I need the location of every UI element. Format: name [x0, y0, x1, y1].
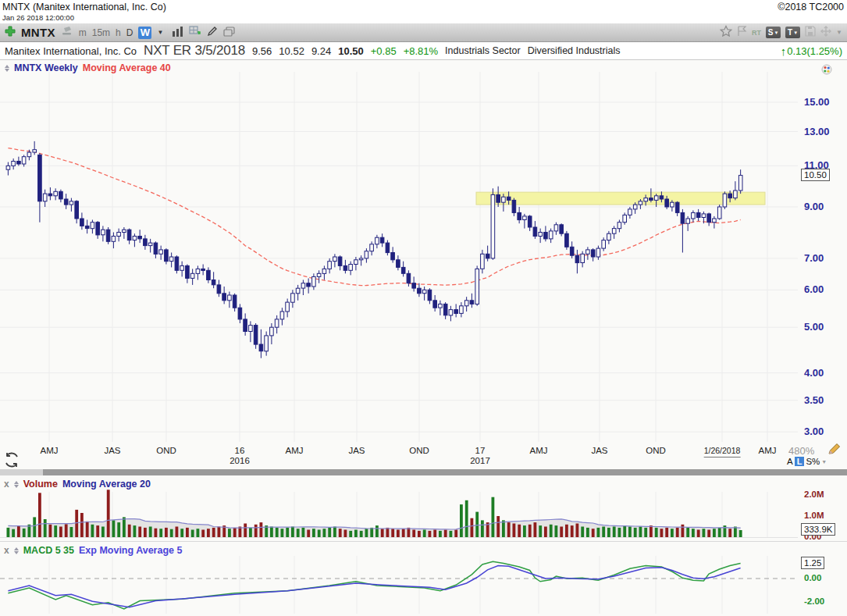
macd-pane-title[interactable]: MACD 5 35 — [23, 545, 74, 556]
realtime-indicator: RT — [752, 29, 761, 37]
timeframe-15min[interactable]: 15m — [92, 27, 110, 38]
scale-caret-icon[interactable]: ▼ — [821, 459, 827, 465]
scale-mode-control[interactable]: ALS%▼ — [787, 457, 827, 466]
next-earnings-label: NXT ER 3/5/2018 — [144, 43, 245, 59]
x-axis-label: JAS — [591, 446, 607, 456]
price-pane-header[interactable]: MNTX Weekly Moving Average 40 — [5, 62, 171, 73]
quote-last: 10.50 — [338, 45, 364, 57]
price-axis-label: 15.00 — [804, 96, 830, 108]
price-axis-label: 4.00 — [804, 367, 824, 379]
edit-scale-pencil-icon[interactable] — [827, 443, 842, 458]
timeframe-hour[interactable]: h — [116, 27, 121, 38]
macd-axis-label: -2.00 — [804, 596, 824, 606]
reorder-pane-icon[interactable] — [14, 481, 19, 488]
scale-percent[interactable]: S% — [806, 457, 820, 466]
s-menu-button[interactable]: S▼ — [766, 27, 781, 38]
chart-plot[interactable] — [0, 60, 847, 616]
x-axis-label: AMJ — [286, 446, 304, 456]
price-axis-label: 3.00 — [804, 426, 824, 437]
x-axis-label: AMJ — [41, 446, 59, 456]
macd-line[interactable] — [8, 561, 740, 609]
volume-pane-header[interactable]: x Volume Moving Average 20 — [4, 479, 151, 490]
pane-divider — [0, 541, 847, 542]
symbol-info-bar: Manitex International, Inc. Co NXT ER 3/… — [0, 42, 847, 60]
timeframe-caret-icon[interactable]: ▼ — [157, 29, 163, 36]
price-axis-label: 5.00 — [804, 321, 824, 333]
quote-low: 9.24 — [311, 45, 331, 57]
resistance-zone[interactable] — [476, 192, 765, 205]
scale-log-active[interactable]: L — [795, 457, 805, 466]
macd-pane-header[interactable]: x MACD 5 35 Exp Moving Average 5 — [4, 545, 182, 556]
reorder-pane-icon[interactable] — [14, 547, 19, 554]
last-macd-badge: 1.25 — [801, 557, 824, 569]
last-price-badge: 10.50 — [801, 169, 830, 181]
company-name: Manitex International, Inc. Co — [5, 45, 137, 57]
move-icon[interactable] — [820, 26, 831, 40]
favorite-star-icon[interactable] — [720, 25, 732, 40]
x-axis-label: JAS — [348, 446, 365, 456]
chart-area[interactable]: MNTX Weekly Moving Average 40 x Volume M… — [0, 60, 847, 616]
add-indicator-icon[interactable] — [189, 26, 201, 40]
datetime-label: Jan 26 2018 12:00:00 — [0, 13, 847, 23]
scale-auto[interactable]: A — [787, 457, 793, 466]
quote-high: 10.52 — [279, 45, 304, 57]
symbol-label[interactable]: MNTX — [21, 26, 55, 39]
price-pane-title[interactable]: MNTX Weekly — [14, 62, 78, 73]
main-toolbar: MNTX m 15m h D W ▼ RT S▼ T▼ — [0, 23, 847, 42]
close-macd-pane-button[interactable]: x — [4, 545, 9, 556]
price-pane-indicator[interactable]: Moving Average 40 — [83, 62, 171, 73]
x-axis-label: 162016 — [230, 446, 250, 466]
last-volume-badge: 333.9K — [801, 523, 835, 536]
copyright: ©2018 TC2000 — [778, 2, 844, 13]
flag-icon[interactable] — [737, 26, 747, 40]
x-axis-label: 172017 — [470, 446, 490, 466]
price-axis-label: 9.00 — [804, 201, 824, 212]
add-symbol-icon[interactable] — [5, 26, 16, 40]
quote-change-pct: +8.81% — [404, 45, 438, 57]
candles — [6, 141, 742, 358]
price-axis-label: 6.00 — [804, 283, 824, 295]
palette-icon[interactable] — [821, 64, 832, 78]
scrollbar-thumb[interactable] — [43, 469, 847, 475]
last-date-label: 1/26/2018 — [704, 446, 741, 458]
price-axis-label: 3.50 — [804, 394, 824, 406]
window-title-row: MNTX (Manitex International, Inc. Co) ©2… — [0, 0, 847, 13]
zoom-percent-label[interactable]: 480% — [788, 445, 814, 457]
horizontal-scrollbar — [0, 469, 847, 475]
chart-type-icon[interactable] — [172, 26, 183, 40]
sector-link[interactable]: Industrials Sector — [445, 45, 521, 56]
volume-baseline — [0, 537, 798, 538]
reorder-pane-icon[interactable] — [5, 65, 9, 72]
macd-pane-indicator[interactable]: Exp Moving Average 5 — [79, 545, 182, 556]
macd-axis-label: 0.00 — [804, 573, 821, 582]
t-menu-button[interactable]: T▼ — [785, 27, 800, 38]
toolbar-more-caret-icon[interactable]: ▼ — [836, 29, 842, 36]
x-axis-label: AMJ — [759, 446, 777, 456]
quote-open: 9.56 — [252, 45, 272, 57]
close-volume-pane-button[interactable]: x — [4, 479, 9, 490]
stamp-icon[interactable] — [61, 26, 73, 40]
volume-axis-label: 1.0M — [804, 511, 824, 520]
volume-pane-indicator[interactable]: Moving Average 20 — [62, 479, 151, 490]
timeframe-day[interactable]: D — [126, 27, 133, 38]
x-axis-label: OND — [156, 446, 176, 456]
x-axis-label: OND — [409, 446, 429, 456]
price-axis-label: 7.00 — [804, 252, 824, 264]
window-title: MNTX (Manitex International, Inc. Co) — [2, 2, 166, 13]
x-axis-label: OND — [646, 446, 666, 456]
macd-signal-line[interactable] — [8, 566, 740, 607]
quote-change: +0.85 — [371, 45, 397, 57]
change-summary: ↑ 0.13(1.25%) — [781, 45, 842, 58]
x-axis-label: JAS — [104, 446, 120, 456]
layouts-folder-icon[interactable] — [223, 26, 236, 40]
save-icon[interactable] — [805, 26, 816, 40]
draw-pencil-icon[interactable] — [207, 26, 218, 40]
price-axis-label: 13.00 — [804, 126, 830, 137]
ma40-line[interactable] — [8, 148, 740, 286]
timeframe-week-active[interactable]: W — [138, 27, 151, 39]
industry-link[interactable]: Diversified Industrials — [528, 45, 621, 56]
volume-pane-title[interactable]: Volume — [23, 479, 58, 490]
timeframe-minute[interactable]: m — [79, 27, 87, 38]
volume-axis-label: 2.0M — [804, 490, 824, 499]
up-arrow-icon: ↑ — [781, 45, 787, 58]
